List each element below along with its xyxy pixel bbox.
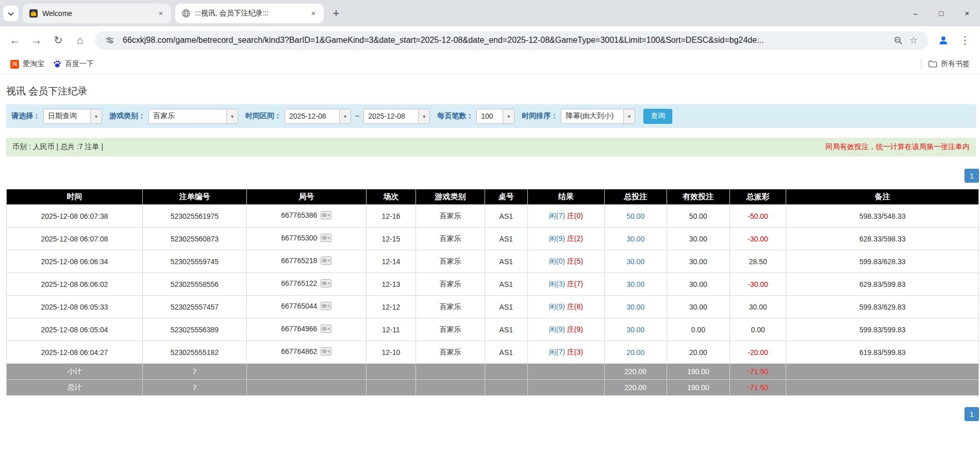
footer-empty <box>527 380 604 396</box>
page-size-label: 每页笔数： <box>437 111 473 121</box>
cell-result: 闲(3) 庄(7) <box>527 273 604 296</box>
sort-select[interactable]: 降幂(由大到小) ▾ <box>561 109 635 124</box>
new-tab-button[interactable]: + <box>328 5 344 22</box>
footer-valid-bet: 190.00 <box>667 380 730 396</box>
bookmark-aitaobao[interactable]: 淘 爱淘宝 <box>6 57 48 71</box>
cell-total-bet[interactable]: 30.00 <box>604 273 667 296</box>
query-type-select[interactable]: 日期查询 ▾ <box>43 109 102 124</box>
column-header: 有效投注 <box>667 189 730 205</box>
forward-button[interactable]: → <box>27 30 46 50</box>
cell-total-bet[interactable]: 30.00 <box>604 228 667 250</box>
tab-betrecord[interactable]: :::视讯, 会员下注纪录::: × <box>175 4 324 23</box>
cell-total-bet[interactable]: 50.00 <box>604 205 667 228</box>
tab-close-icon[interactable]: × <box>156 8 166 19</box>
footer-total-bet: 220.00 <box>604 364 667 380</box>
table-header-row: 时间注单编号局号场次游戏类别桌号结果总投注有效投注总派彩备注 <box>7 189 979 205</box>
url-text: 66cxkj98.com/game/betrecord_search/kind3… <box>123 36 890 45</box>
cell-round: 667764862 <box>246 341 366 364</box>
video-replay-icon[interactable] <box>321 347 331 357</box>
cell-total-bet[interactable]: 20.00 <box>604 341 667 364</box>
cell-remark: 599.83/629.83 <box>786 296 979 318</box>
video-replay-icon[interactable] <box>321 325 331 334</box>
cell-session: 12-11 <box>366 318 416 341</box>
video-replay-icon[interactable] <box>321 279 331 289</box>
cell-table-no: AS1 <box>485 296 527 318</box>
result-player: 闲(3) <box>549 280 565 288</box>
cell-valid-bet: 0.00 <box>667 318 730 341</box>
tab-welcome[interactable]: Welcome × <box>23 4 171 23</box>
bookmarks-bar: 淘 爱淘宝 百度一下 所有书签 <box>0 54 980 74</box>
page-number-button[interactable]: 1 <box>965 407 979 421</box>
home-button[interactable]: ⌂ <box>70 30 90 50</box>
round-number: 667765044 <box>281 302 317 310</box>
menu-dots-icon[interactable]: ⋮ <box>955 30 975 50</box>
welcome-favicon-icon <box>29 9 38 18</box>
maximize-button[interactable]: □ <box>928 0 954 26</box>
cell-valid-bet: 30.00 <box>667 296 730 318</box>
video-replay-icon[interactable] <box>321 211 331 221</box>
cell-total-bet[interactable]: 30.00 <box>604 296 667 318</box>
footer-empty <box>246 380 366 396</box>
cell-result: 闲(9) 庄(2) <box>527 228 604 250</box>
cell-remark: 629.83/599.83 <box>786 273 979 296</box>
date-start-input[interactable]: 2025-12-08 ▾ <box>285 109 351 124</box>
zoom-icon[interactable] <box>890 33 906 48</box>
cell-total-bet[interactable]: 30.00 <box>604 250 667 273</box>
bet-records-table: 时间注单编号局号场次游戏类别桌号结果总投注有效投注总派彩备注 2025-12-0… <box>6 189 979 396</box>
cell-payout: 0.00 <box>730 318 786 341</box>
date-range-label: 时间区间： <box>245 111 281 121</box>
bookmark-baidu[interactable]: 百度一下 <box>48 57 98 71</box>
chevron-down-icon: ▾ <box>503 109 514 123</box>
url-bar[interactable]: 66cxkj98.com/game/betrecord_search/kind3… <box>95 31 928 50</box>
cell-round: 667765044 <box>246 296 366 318</box>
page-number-button[interactable]: 1 <box>965 169 979 183</box>
tab-close-icon[interactable]: × <box>308 8 319 19</box>
tab-search-button[interactable] <box>3 6 19 21</box>
cell-session: 12-14 <box>366 250 416 273</box>
cell-session: 12-15 <box>366 228 416 250</box>
page-size-select[interactable]: 100 ▾ <box>476 109 514 124</box>
notice-text: 同局有效投注，统一计算在该局第一张注单内 <box>825 142 970 152</box>
date-end-input[interactable]: 2025-12-08 ▾ <box>363 109 430 124</box>
cell-time: 2025-12-08 06:05:33 <box>7 296 143 318</box>
reload-button[interactable]: ↻ <box>48 30 68 50</box>
bookmark-label: 百度一下 <box>65 59 94 69</box>
sort-value: 降幂(由大到小) <box>561 109 623 123</box>
cell-round: 667765122 <box>246 273 366 296</box>
footer-empty <box>366 364 416 380</box>
cell-valid-bet: 30.00 <box>667 228 730 250</box>
cell-game-type: 百家乐 <box>416 250 485 273</box>
chevron-down-icon <box>8 9 14 18</box>
video-replay-icon[interactable] <box>321 256 331 266</box>
tab-title: Welcome <box>42 9 156 18</box>
cell-payout: -30.00 <box>730 228 786 250</box>
cell-payout: 28.50 <box>730 250 786 273</box>
footer-count: 7 <box>143 380 247 396</box>
column-header: 总投注 <box>604 189 667 205</box>
search-button[interactable]: 查询 <box>643 109 672 124</box>
close-window-button[interactable]: × <box>954 0 980 26</box>
cell-payout: -20.00 <box>730 341 786 364</box>
video-replay-icon[interactable] <box>321 302 331 312</box>
site-info-icon[interactable] <box>102 33 118 48</box>
cell-time: 2025-12-08 06:07:08 <box>7 228 143 250</box>
profile-avatar-icon[interactable] <box>934 30 953 50</box>
all-bookmarks-button[interactable]: 所有书签 <box>924 57 974 71</box>
pagination-bottom: 1 <box>0 407 979 421</box>
game-type-select[interactable]: 百家乐 ▾ <box>148 109 238 124</box>
minimize-button[interactable]: – <box>903 0 928 26</box>
cell-game-type: 百家乐 <box>416 296 485 318</box>
globe-favicon-icon <box>181 9 190 18</box>
chevron-down-icon: ▾ <box>623 109 635 123</box>
cell-time: 2025-12-08 06:06:02 <box>7 273 143 296</box>
cell-table-no: AS1 <box>485 228 527 250</box>
back-button[interactable]: ← <box>5 30 25 50</box>
cell-session: 12-13 <box>366 273 416 296</box>
round-number: 667764966 <box>281 325 317 333</box>
video-replay-icon[interactable] <box>321 234 331 244</box>
table-row: 2025-12-08 06:05:04523025556389667764966… <box>7 318 979 341</box>
bookmark-star-icon[interactable]: ☆ <box>906 33 921 48</box>
cell-total-bet[interactable]: 30.00 <box>604 318 667 341</box>
cell-bet-id: 523025558556 <box>143 273 247 296</box>
column-header: 总派彩 <box>730 189 786 205</box>
